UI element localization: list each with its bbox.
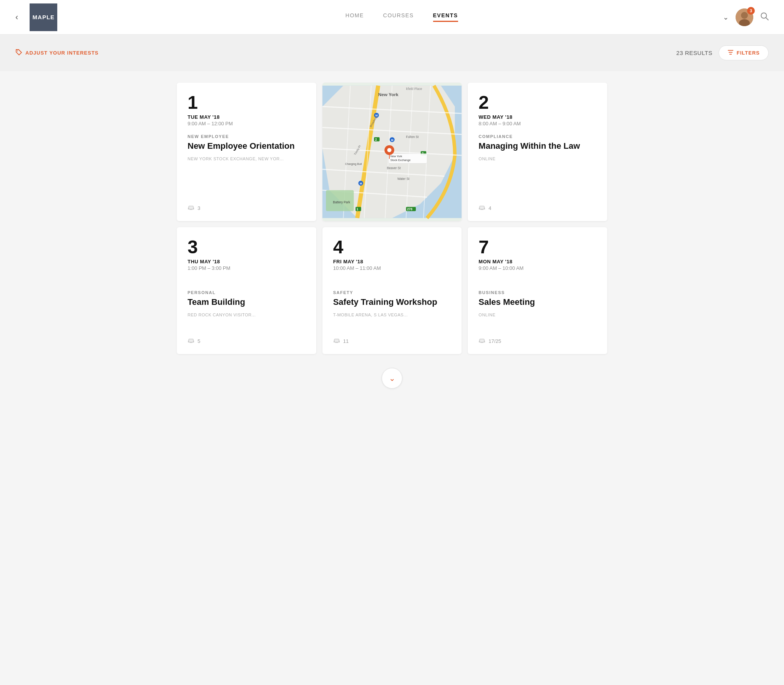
svg-rect-62 (193, 341, 194, 342)
seat-icon-3 (188, 337, 194, 345)
svg-rect-67 (335, 342, 338, 343)
svg-rect-58 (484, 208, 485, 209)
event-3-category: PERSONAL (188, 290, 306, 295)
svg-text:New York: New York (378, 92, 399, 97)
event-7-date: MON MAY '18 (478, 259, 596, 264)
svg-text:Water St: Water St (397, 177, 410, 181)
results-filter: 23 RESULTS FILTERS (676, 45, 769, 60)
event-card-4[interactable]: 4 FRI MAY '18 10:00 AM – 11:00 AM SAFETY… (322, 227, 462, 354)
event-1-date: TUE MAY '18 (188, 114, 306, 120)
event-2-category: COMPLIANCE (478, 134, 596, 139)
svg-rect-65 (334, 341, 335, 342)
subheader: ADJUST YOUR INTERESTS 23 RESULTS FILTERS (0, 35, 784, 71)
event-map-card: Battery Park M M M 2 2 1 278 (322, 83, 462, 221)
event-4-day: 4 (333, 238, 451, 256)
svg-text:M: M (391, 138, 393, 142)
event-card-1[interactable]: 1 TUE MAY '18 9:00 AM – 12:00 PM NEW EMP… (177, 83, 316, 221)
svg-rect-59 (480, 209, 483, 210)
avatar-wrap[interactable]: 3 (736, 8, 753, 26)
svg-rect-60 (189, 339, 193, 342)
event-4-seats-row: 11 (333, 337, 451, 345)
seat-icon-2 (478, 204, 485, 212)
event-4-seats: 11 (343, 338, 349, 344)
event-card-2[interactable]: 2 WED MAY '18 8:00 AM – 9:00 AM COMPLIAN… (468, 83, 607, 221)
event-7-seats: 17/25 (488, 338, 501, 344)
tag-icon (15, 49, 22, 57)
svg-text:M: M (360, 182, 362, 185)
nav-item-events[interactable]: EVENTS (433, 12, 458, 22)
nav-item-courses[interactable]: COURSES (383, 12, 414, 22)
event-card-3[interactable]: 3 THU MAY '18 1:00 PM – 3:00 PM PERSONAL… (177, 227, 316, 354)
events-row-1: 1 TUE MAY '18 9:00 AM – 12:00 PM NEW EMP… (177, 83, 607, 221)
nav-item-home[interactable]: HOME (345, 12, 364, 22)
load-more-wrap: ⌄ (177, 368, 607, 389)
event-7-time: 9:00 AM – 10:00 AM (478, 265, 596, 271)
svg-rect-70 (484, 341, 485, 342)
adjust-interests-label: ADJUST YOUR INTERESTS (25, 50, 99, 56)
event-3-seats: 5 (198, 338, 200, 344)
svg-point-5 (17, 50, 18, 51)
logo[interactable]: MAPLE (30, 3, 57, 31)
event-3-time: 1:00 PM – 3:00 PM (188, 265, 306, 271)
svg-text:Beaver St: Beaver St (387, 166, 401, 170)
seat-icon-4 (333, 337, 340, 345)
adjust-interests-button[interactable]: ADJUST YOUR INTERESTS (15, 49, 99, 57)
event-2-title: Managing Within the Law (478, 141, 596, 151)
filters-button[interactable]: FILTERS (719, 45, 769, 60)
svg-rect-10 (188, 208, 189, 209)
event-1-category: NEW EMPLOYEE (188, 134, 306, 139)
svg-text:Stock Exchange: Stock Exchange (390, 158, 410, 162)
main-nav: HOME COURSES EVENTS (80, 12, 723, 22)
dropdown-button[interactable]: ⌄ (723, 13, 729, 22)
chevron-down-icon: ⌄ (389, 374, 395, 383)
seat-icon-7 (478, 337, 485, 345)
svg-text:278: 278 (407, 208, 412, 211)
svg-text:Battery Park: Battery Park (333, 201, 350, 204)
event-3-title: Team Building (188, 297, 306, 307)
event-7-day: 7 (478, 238, 596, 256)
event-3-seats-row: 5 (188, 337, 306, 345)
svg-text:Charging Bull: Charging Bull (345, 162, 362, 166)
load-more-button[interactable]: ⌄ (382, 368, 402, 389)
event-2-seats: 4 (488, 205, 491, 211)
event-7-category: BUSINESS (478, 290, 596, 295)
event-2-day: 2 (478, 93, 596, 112)
filters-label: FILTERS (737, 50, 760, 56)
event-7-title: Sales Meeting (478, 297, 596, 307)
svg-text:kfield Place: kfield Place (406, 87, 422, 91)
svg-point-54 (387, 148, 391, 152)
svg-point-1 (741, 12, 748, 19)
map-svg: Battery Park M M M 2 2 1 278 (322, 83, 462, 221)
search-button[interactable] (760, 12, 769, 23)
event-7-location: ONLINE (478, 313, 596, 333)
svg-text:2: 2 (375, 138, 377, 141)
seat-icon (188, 204, 194, 212)
svg-rect-61 (188, 341, 189, 342)
event-4-category: SAFETY (333, 290, 451, 295)
search-icon (760, 12, 769, 20)
svg-rect-11 (193, 208, 194, 209)
event-4-time: 10:00 AM – 11:00 AM (333, 265, 451, 271)
event-2-date: WED MAY '18 (478, 114, 596, 120)
header-right: ⌄ 3 (723, 8, 769, 26)
events-row-2: 3 THU MAY '18 1:00 PM – 3:00 PM PERSONAL… (177, 227, 607, 354)
svg-rect-68 (480, 339, 484, 342)
event-1-title: New Employee Orientation (188, 141, 306, 151)
notification-badge: 3 (747, 7, 755, 15)
event-3-day: 3 (188, 238, 306, 256)
svg-line-4 (766, 18, 768, 20)
back-button[interactable]: ‹ (15, 13, 18, 22)
svg-text:1: 1 (357, 208, 359, 211)
event-card-7[interactable]: 7 MON MAY '18 9:00 AM – 10:00 AM BUSINES… (468, 227, 607, 354)
svg-rect-63 (189, 342, 193, 343)
event-7-seats-row: 17/25 (478, 337, 596, 345)
svg-text:New York: New York (390, 155, 402, 158)
svg-text:Fulton St: Fulton St (406, 135, 419, 139)
svg-rect-64 (334, 339, 339, 342)
event-2-time: 8:00 AM – 9:00 AM (478, 121, 596, 126)
svg-rect-12 (189, 209, 193, 210)
event-1-seats-row: 3 (188, 204, 306, 212)
event-2-location: ONLINE (478, 156, 596, 200)
main-content: 1 TUE MAY '18 9:00 AM – 12:00 PM NEW EMP… (161, 71, 623, 412)
results-count: 23 RESULTS (676, 50, 713, 56)
